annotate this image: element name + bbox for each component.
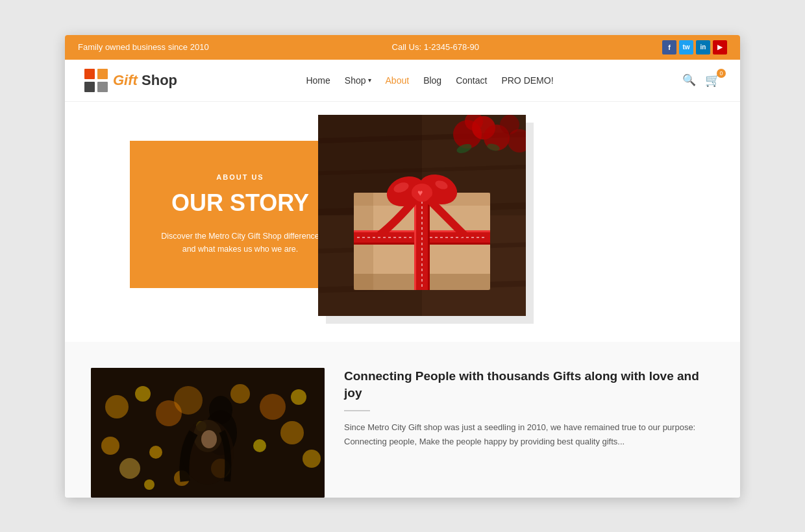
top-bar: Family owned business since 2010 Call Us… bbox=[65, 35, 740, 60]
main-nav: Home Shop ▾ About Blog Contact PRO DEMO! bbox=[306, 75, 553, 86]
phone-info: Call Us: 1-2345-678-90 bbox=[392, 42, 479, 52]
svg-point-57 bbox=[201, 430, 217, 448]
svg-point-41 bbox=[101, 437, 119, 455]
content-text: Connecting People with thousands Gifts a… bbox=[344, 368, 714, 449]
svg-point-50 bbox=[303, 450, 321, 468]
svg-point-42 bbox=[119, 458, 140, 479]
twitter-icon[interactable]: tw bbox=[679, 40, 693, 54]
svg-point-51 bbox=[253, 439, 266, 452]
hero-subtitle: ABOUT US bbox=[156, 173, 325, 181]
content-body: Since Metro City Gift shop was just a se… bbox=[344, 420, 714, 449]
svg-text:♥: ♥ bbox=[417, 187, 423, 198]
logo-icon bbox=[84, 69, 108, 92]
svg-point-48 bbox=[291, 389, 306, 405]
logo-box-2 bbox=[97, 69, 108, 79]
site-header: Gift Shop Home Shop ▾ About Blog Contact… bbox=[65, 60, 740, 102]
content-divider bbox=[344, 410, 370, 411]
content-image bbox=[91, 368, 325, 498]
svg-point-37 bbox=[209, 396, 232, 424]
svg-rect-26 bbox=[414, 193, 416, 290]
svg-point-38 bbox=[105, 395, 129, 418]
cart-badge: 0 bbox=[717, 69, 726, 78]
social-icons: f tw in ▶ bbox=[662, 40, 727, 54]
nav-shop[interactable]: Shop ▾ bbox=[345, 75, 371, 86]
nav-home[interactable]: Home bbox=[306, 75, 330, 86]
hero-description: Discover the Metro City Gift Shop differ… bbox=[156, 230, 325, 256]
logo-box-3 bbox=[84, 82, 95, 92]
logo-text: Gift Shop bbox=[113, 72, 177, 89]
nav-contact[interactable]: Contact bbox=[456, 75, 487, 86]
logo[interactable]: Gift Shop bbox=[84, 69, 177, 92]
content-heading: Connecting People with thousands Gifts a… bbox=[344, 368, 714, 402]
svg-point-46 bbox=[230, 384, 250, 404]
facebook-icon[interactable]: f bbox=[662, 40, 676, 54]
svg-point-54 bbox=[144, 479, 155, 490]
svg-point-49 bbox=[280, 421, 304, 444]
linkedin-icon[interactable]: in bbox=[696, 40, 710, 54]
logo-box-4 bbox=[97, 82, 108, 92]
hero-orange-box: ABOUT US OUR STORY Discover the Metro Ci… bbox=[130, 141, 351, 289]
header-actions: 🔍 🛒 0 bbox=[682, 73, 721, 88]
browser-window: Family owned business since 2010 Call Us… bbox=[65, 35, 740, 498]
gift-photo: ♥ bbox=[318, 115, 526, 316]
svg-point-47 bbox=[260, 394, 286, 420]
cart-icon[interactable]: 🛒 0 bbox=[705, 73, 721, 88]
gift-svg: ♥ bbox=[318, 115, 526, 316]
svg-rect-27 bbox=[428, 193, 430, 290]
nav-blog[interactable]: Blog bbox=[423, 75, 441, 86]
content-section: Connecting People with thousands Gifts a… bbox=[65, 342, 740, 498]
svg-point-39 bbox=[135, 386, 151, 402]
chevron-down-icon: ▾ bbox=[368, 77, 371, 84]
hero-wrapper: ABOUT US OUR STORY Discover the Metro Ci… bbox=[91, 121, 714, 316]
hero-photo-container: ♥ bbox=[318, 115, 526, 316]
bokeh-svg bbox=[91, 368, 325, 498]
search-icon[interactable]: 🔍 bbox=[682, 73, 696, 87]
youtube-icon[interactable]: ▶ bbox=[713, 40, 727, 54]
hero-title: OUR STORY bbox=[156, 190, 325, 216]
logo-box-1 bbox=[84, 69, 95, 79]
nav-pro-demo[interactable]: PRO DEMO! bbox=[501, 75, 553, 86]
nav-about[interactable]: About bbox=[386, 75, 410, 86]
svg-point-43 bbox=[149, 446, 162, 459]
svg-point-44 bbox=[174, 386, 203, 415]
hero-section: ABOUT US OUR STORY Discover the Metro Ci… bbox=[65, 102, 740, 342]
business-info: Family owned business since 2010 bbox=[78, 42, 209, 52]
